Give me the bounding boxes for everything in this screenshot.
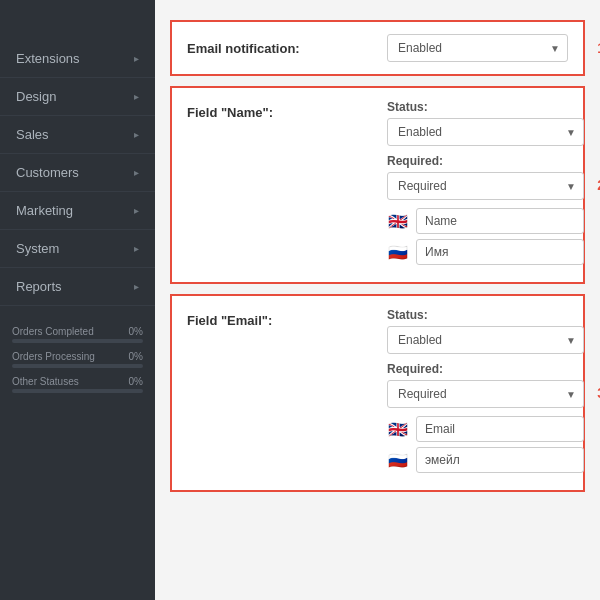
email-lang-inputs: 🇬🇧 🇷🇺 xyxy=(387,416,584,473)
sidebar-item-label: Design xyxy=(16,89,56,104)
chevron-right-icon: ▸ xyxy=(134,281,139,292)
lang-input-row-ru: 🇷🇺 xyxy=(387,239,584,265)
name-ru-input[interactable] xyxy=(416,239,584,265)
sidebar-item-label: Sales xyxy=(16,127,49,142)
flag-uk-icon: 🇬🇧 xyxy=(387,214,409,229)
field-name-label: Field "Name": xyxy=(187,100,387,120)
name-lang-inputs: 🇬🇧 🇷🇺 xyxy=(387,208,584,265)
stat-label-text: Orders Completed xyxy=(12,326,94,337)
sidebar: Extensions ▸ Design ▸ Sales ▸ Customers … xyxy=(0,0,155,600)
status-select-wrapper: Enabled Disabled ▼ xyxy=(387,118,584,146)
lang-input-row-en: 🇬🇧 xyxy=(387,416,584,442)
required-group: Required: Required Optional ▼ xyxy=(387,154,584,200)
sidebar-stats: Orders Completed 0% Orders Processing 0%… xyxy=(0,326,155,401)
email-notification-label: Email notification: xyxy=(187,41,387,56)
chevron-right-icon: ▸ xyxy=(134,167,139,178)
chevron-right-icon: ▸ xyxy=(134,53,139,64)
stat-label-text: Orders Processing xyxy=(12,351,95,362)
sidebar-item-marketing[interactable]: Marketing ▸ xyxy=(0,192,155,230)
sidebar-item-sales[interactable]: Sales ▸ xyxy=(0,116,155,154)
stat-value: 0% xyxy=(129,326,143,337)
stat-orders-processing: Orders Processing 0% xyxy=(12,351,143,368)
stat-other-statuses: Other Statuses 0% xyxy=(12,376,143,393)
sidebar-item-customers[interactable]: Customers ▸ xyxy=(0,154,155,192)
field-name-section: Field "Name": Status: Enabled Disabled ▼… xyxy=(170,86,585,284)
lang-input-row-ru: 🇷🇺 xyxy=(387,447,584,473)
chevron-right-icon: ▸ xyxy=(134,129,139,140)
flag-uk-icon: 🇬🇧 xyxy=(387,422,409,437)
sidebar-item-label: Extensions xyxy=(16,51,80,66)
chevron-right-icon: ▸ xyxy=(134,243,139,254)
field-email-section: Field "Email": Status: Enabled Disabled … xyxy=(170,294,585,492)
field-email-label: Field "Email": xyxy=(187,308,387,328)
stat-bar-bg xyxy=(12,339,143,343)
lang-input-row-en: 🇬🇧 xyxy=(387,208,584,234)
chevron-right-icon: ▸ xyxy=(134,91,139,102)
field-name-controls: Status: Enabled Disabled ▼ Required: Req… xyxy=(387,100,584,270)
flag-ru-icon: 🇷🇺 xyxy=(387,453,409,468)
stat-value: 0% xyxy=(129,351,143,362)
required-select-wrapper: Required Optional ▼ xyxy=(387,172,584,200)
flag-ru-icon: 🇷🇺 xyxy=(387,245,409,260)
stat-label-text: Other Statuses xyxy=(12,376,79,387)
sidebar-item-design[interactable]: Design ▸ xyxy=(0,78,155,116)
required-label: Required: xyxy=(387,154,584,168)
status-select-wrapper: Enabled Disabled ▼ xyxy=(387,326,584,354)
sidebar-item-reports[interactable]: Reports ▸ xyxy=(0,268,155,306)
required-label: Required: xyxy=(387,362,584,376)
status-label: Status: xyxy=(387,308,584,322)
email-status-select[interactable]: Enabled Disabled xyxy=(387,326,584,354)
sidebar-item-label: Reports xyxy=(16,279,62,294)
sidebar-item-label: Marketing xyxy=(16,203,73,218)
name-status-select[interactable]: Enabled Disabled xyxy=(387,118,584,146)
email-notification-select-wrapper: Enabled Disabled ▼ xyxy=(387,34,568,62)
required-select-wrapper: Required Optional ▼ xyxy=(387,380,584,408)
email-en-input[interactable] xyxy=(416,416,584,442)
required-group: Required: Required Optional ▼ xyxy=(387,362,584,408)
email-notification-section: Email notification: Enabled Disabled ▼ 1 xyxy=(170,20,585,76)
stat-value: 0% xyxy=(129,376,143,387)
main-content: Email notification: Enabled Disabled ▼ 1… xyxy=(155,0,600,600)
stat-bar-bg xyxy=(12,364,143,368)
status-group: Status: Enabled Disabled ▼ xyxy=(387,308,584,354)
chevron-right-icon: ▸ xyxy=(134,205,139,216)
sidebar-item-system[interactable]: System ▸ xyxy=(0,230,155,268)
name-en-input[interactable] xyxy=(416,208,584,234)
sidebar-item-label: System xyxy=(16,241,59,256)
stat-bar-bg xyxy=(12,389,143,393)
status-label: Status: xyxy=(387,100,584,114)
name-required-select[interactable]: Required Optional xyxy=(387,172,584,200)
sidebar-item-label: Customers xyxy=(16,165,79,180)
status-group: Status: Enabled Disabled ▼ xyxy=(387,100,584,146)
email-notification-select[interactable]: Enabled Disabled xyxy=(387,34,568,62)
field-email-controls: Status: Enabled Disabled ▼ Required: Req… xyxy=(387,308,584,478)
email-ru-input[interactable] xyxy=(416,447,584,473)
sidebar-item-extensions[interactable]: Extensions ▸ xyxy=(0,40,155,78)
email-required-select[interactable]: Required Optional xyxy=(387,380,584,408)
stat-orders-completed: Orders Completed 0% xyxy=(12,326,143,343)
